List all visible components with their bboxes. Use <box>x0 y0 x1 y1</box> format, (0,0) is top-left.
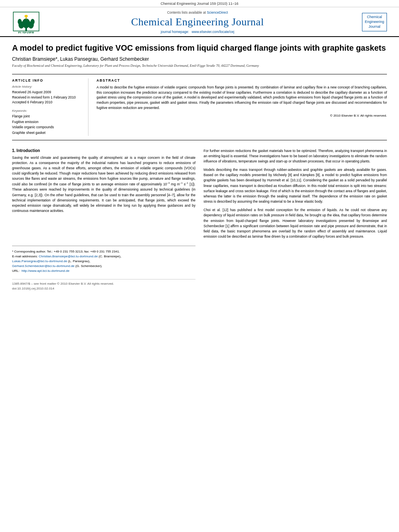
abstract-label: ABSTRACT <box>97 78 387 82</box>
journal-header: ELSEVIER Contents lists available at Sci… <box>0 7 399 37</box>
svg-point-7 <box>25 15 28 17</box>
journal-title-area: Contents lists available at ScienceDirec… <box>52 10 343 34</box>
elsevier-logo-area: ELSEVIER <box>8 11 52 33</box>
history-label: Article history: <box>12 85 82 88</box>
article-info-column: ARTICLE INFO Article history: Received 2… <box>12 78 88 136</box>
url-footnote: URL: http://www.apt.bci.tu-dortmund.de <box>12 269 195 273</box>
article-info-label: ARTICLE INFO <box>12 78 82 82</box>
section1-right-p3: Choi et al. [12] has published a first m… <box>204 207 387 239</box>
email3-footnote: Gerhard.Schembecker@bci.tu-dortmund.de (… <box>12 264 195 269</box>
email3[interactable]: Gerhard.Schembecker@bci.tu-dortmund.de <box>12 264 74 268</box>
homepage-line: journal homepage: www.elsevier.com/locat… <box>52 30 343 34</box>
keyword-4: Graphite sheet gasket <box>12 130 82 136</box>
email2-name: (L. Pansegrau), <box>68 259 90 263</box>
article-title: A model to predict fugitive VOC emission… <box>12 43 387 53</box>
svg-text:ELSEVIER: ELSEVIER <box>18 31 34 33</box>
elsevier-logo-icon: ELSEVIER <box>11 11 49 33</box>
keyword-1: Flange joint <box>12 114 82 119</box>
main-content: A model to predict fugitive VOC emission… <box>0 37 399 299</box>
section1-right-p1: For further emission reductions the gask… <box>204 148 387 164</box>
page: Chemical Engineering Journal 159 (2010) … <box>0 0 399 532</box>
cej-box-area: Chemical Engineering Journal <box>343 13 387 31</box>
cej-box-line2: Engineering <box>365 20 384 25</box>
journal-citation: Chemical Engineering Journal 159 (2010) … <box>160 2 239 6</box>
cej-box-line1: Chemical <box>365 15 384 20</box>
keyword-2: Fugitive emission <box>12 119 82 125</box>
footer-bar: 1385-8947/$ – see front matter © 2010 El… <box>12 279 195 291</box>
corresponding-author-note: * Corresponding author. Tel.: +49 0 231 … <box>12 249 195 254</box>
body-right-column: For further emission reductions the gask… <box>204 148 387 292</box>
footnotes: * Corresponding author. Tel.: +49 0 231 … <box>12 246 195 273</box>
email-label: E-mail addresses: <box>12 255 38 258</box>
email3-name: (G. Schembecker). <box>76 264 103 268</box>
sciencedirect-link[interactable]: ScienceDirect <box>207 10 228 14</box>
section1-right-p2: Models describing the mass transport thr… <box>204 167 387 204</box>
accepted-date: Accepted 6 February 2010 <box>12 100 82 105</box>
body-left-column: 1. Introduction Saving the world climate… <box>12 148 195 292</box>
url-value[interactable]: http://www.apt.bci.tu-dortmund.de <box>21 269 69 273</box>
email-footnote: E-mail addresses: Christian.Bramsiepe@bc… <box>12 254 195 259</box>
journal-title: Chemical Engineering Journal <box>52 16 343 28</box>
keyword-3: Volatile organic compounds <box>12 125 82 130</box>
email2-footnote: Lukas.Pansegrau@bci.tu-dortmund.de (L. P… <box>12 259 195 264</box>
received-revised-date: Received in revised form 1 February 2010 <box>12 95 82 100</box>
authors: Christian Bramsiepe*, Lukas Pansegrau, G… <box>12 56 387 62</box>
keywords-label: Keywords: <box>12 109 82 113</box>
abstract-column: ABSTRACT A model to describe the fugitiv… <box>97 78 387 136</box>
article-info-abstract: ARTICLE INFO Article history: Received 2… <box>12 74 387 140</box>
url-label: URL: <box>12 269 19 273</box>
footer-doi: doi:10.1016/j.cej.2010.02.014 <box>12 286 195 291</box>
section1-heading: 1. Introduction <box>12 148 195 153</box>
affiliation: Faculty of Biochemical and Chemical Engi… <box>12 64 387 68</box>
email1[interactable]: Christian.Bramsiepe@bci.tu-dortmund.de <box>39 255 98 258</box>
body-columns: 1. Introduction Saving the world climate… <box>12 148 387 292</box>
contents-line: Contents lists available at ScienceDirec… <box>52 10 343 14</box>
abstract-text: A model to describe the fugitive emissio… <box>97 85 387 111</box>
cej-box-line3: Journal <box>365 25 384 29</box>
homepage-label: journal homepage: <box>161 30 189 34</box>
footnote-area: * Corresponding author. Tel.: +49 0 231 … <box>12 246 195 291</box>
svg-point-5 <box>31 19 35 25</box>
journal-topbar: Chemical Engineering Journal 159 (2010) … <box>0 0 399 7</box>
email1-name: (C. Bramsiepe), <box>99 255 121 258</box>
copyright: © 2010 Elsevier B.V. All rights reserved… <box>97 114 387 117</box>
received-date-1: Received 26 August 2009 <box>12 90 82 95</box>
email2[interactable]: Lukas.Pansegrau@bci.tu-dortmund.de <box>12 259 67 263</box>
cej-logo-box: Chemical Engineering Journal <box>362 13 387 31</box>
svg-point-4 <box>18 19 22 25</box>
homepage-url[interactable]: www.elsevier.com/locate/cej <box>191 30 234 34</box>
keywords-list: Flange joint Fugitive emission Volatile … <box>12 114 82 136</box>
footer-issn: 1385-8947/$ – see front matter © 2010 El… <box>12 281 195 286</box>
section1-paragraph1: Saving the world climate and guaranteein… <box>12 155 195 214</box>
